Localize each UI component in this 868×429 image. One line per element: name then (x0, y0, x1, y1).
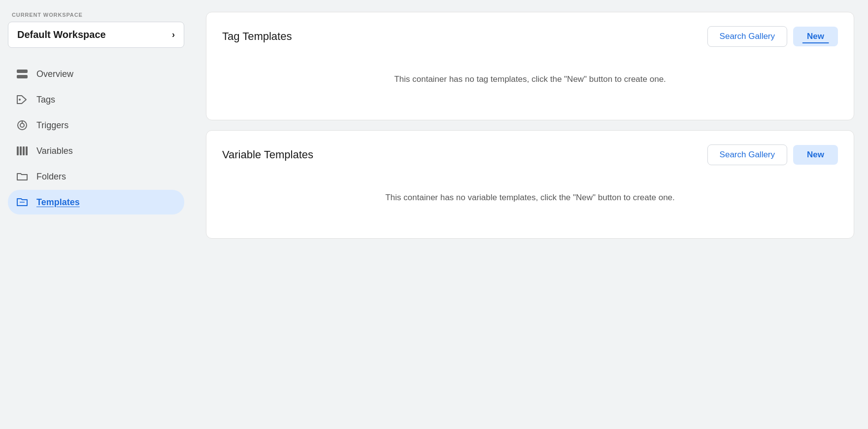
folders-icon (16, 170, 29, 183)
tag-templates-header: Tag Templates Search Gallery New (222, 26, 838, 47)
sidebar-item-folders[interactable]: Folders (8, 164, 184, 189)
templates-icon (16, 196, 29, 209)
overview-icon (16, 68, 29, 80)
sidebar-item-label-templates: Templates (36, 197, 80, 208)
sidebar-item-templates[interactable]: Templates (8, 190, 184, 214)
variable-templates-title: Variable Templates (222, 148, 313, 161)
sidebar-item-tags[interactable]: Tags (8, 87, 184, 112)
svg-rect-8 (23, 146, 25, 155)
sidebar-item-label-triggers: Triggers (36, 120, 68, 131)
sidebar-item-label-overview: Overview (36, 69, 73, 79)
chevron-right-icon: › (172, 30, 175, 40)
main-content: Tag Templates Search Gallery New This co… (192, 0, 868, 429)
variable-templates-new-button[interactable]: New (793, 145, 838, 165)
tag-templates-title: Tag Templates (222, 30, 292, 43)
variable-templates-empty-message: This container has no variable templates… (222, 181, 838, 211)
sidebar: CURRENT WORKSPACE Default Workspace › Ov… (0, 0, 192, 429)
variable-templates-card: Variable Templates Search Gallery New Th… (206, 130, 854, 239)
variable-templates-actions: Search Gallery New (707, 144, 838, 165)
svg-point-2 (19, 99, 21, 101)
workspace-section-label: CURRENT WORKSPACE (8, 12, 184, 18)
triggers-icon (16, 119, 29, 132)
sidebar-item-variables[interactable]: Variables (8, 139, 184, 163)
sidebar-nav: Overview Tags Triggers (8, 62, 184, 214)
tag-templates-actions: Search Gallery New (707, 26, 838, 47)
svg-rect-1 (17, 75, 28, 78)
tag-templates-card: Tag Templates Search Gallery New This co… (206, 12, 854, 120)
variables-icon (16, 144, 29, 157)
svg-point-4 (20, 123, 24, 127)
svg-rect-0 (17, 70, 28, 73)
sidebar-item-label-variables: Variables (36, 146, 73, 156)
sidebar-item-label-tags: Tags (36, 95, 55, 105)
sidebar-item-label-folders: Folders (36, 172, 66, 182)
svg-rect-9 (26, 146, 28, 155)
variable-templates-search-gallery-button[interactable]: Search Gallery (707, 144, 787, 165)
svg-rect-7 (20, 146, 22, 155)
tag-templates-search-gallery-button[interactable]: Search Gallery (707, 26, 787, 47)
variable-templates-header: Variable Templates Search Gallery New (222, 144, 838, 165)
tags-icon (16, 93, 29, 106)
svg-rect-6 (17, 146, 19, 155)
tag-templates-empty-message: This container has no tag templates, cli… (222, 63, 838, 92)
tag-templates-new-button[interactable]: New (793, 27, 838, 46)
sidebar-item-triggers[interactable]: Triggers (8, 113, 184, 138)
workspace-selector[interactable]: Default Workspace › (8, 22, 184, 48)
workspace-name: Default Workspace (17, 29, 106, 40)
sidebar-item-overview[interactable]: Overview (8, 62, 184, 86)
